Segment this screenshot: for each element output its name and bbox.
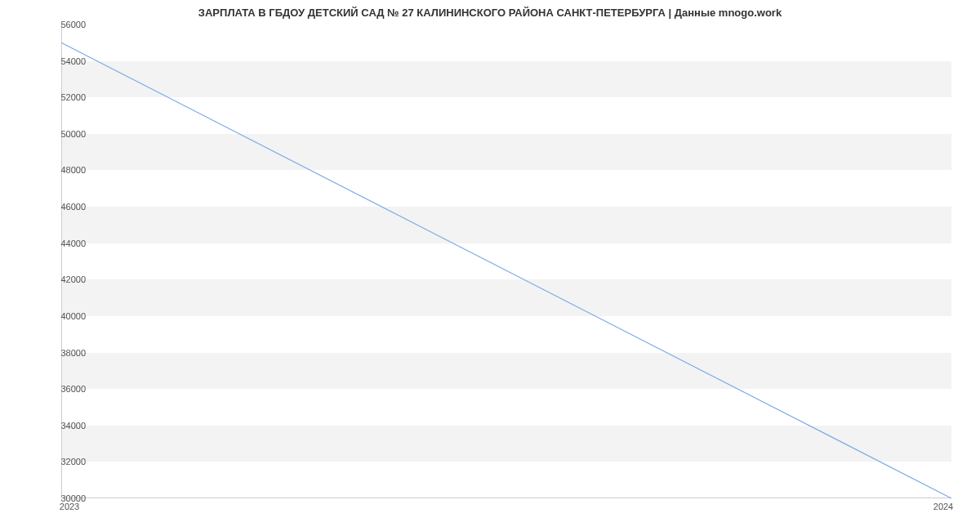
x-tick-label: 2023 xyxy=(60,502,79,511)
y-tick-label: 46000 xyxy=(45,202,86,212)
data-line xyxy=(61,25,951,498)
chart-title: ЗАРПЛАТА В ГБДОУ ДЕТСКИЙ САД № 27 КАЛИНИ… xyxy=(0,7,980,19)
y-tick-label: 56000 xyxy=(45,20,86,29)
y-tick-label: 40000 xyxy=(45,311,86,321)
y-tick-label: 38000 xyxy=(45,348,86,358)
y-tick-label: 34000 xyxy=(45,421,86,431)
y-tick-label: 52000 xyxy=(45,92,86,102)
y-tick-label: 42000 xyxy=(45,274,86,284)
y-tick-label: 48000 xyxy=(45,165,86,175)
y-tick-label: 36000 xyxy=(45,384,86,394)
y-tick-label: 54000 xyxy=(45,56,86,66)
y-tick-label: 50000 xyxy=(45,129,86,139)
y-tick-label: 44000 xyxy=(45,239,86,248)
y-tick-label: 32000 xyxy=(45,457,86,466)
x-tick-label: 2024 xyxy=(933,502,953,511)
plot-area xyxy=(61,25,951,498)
